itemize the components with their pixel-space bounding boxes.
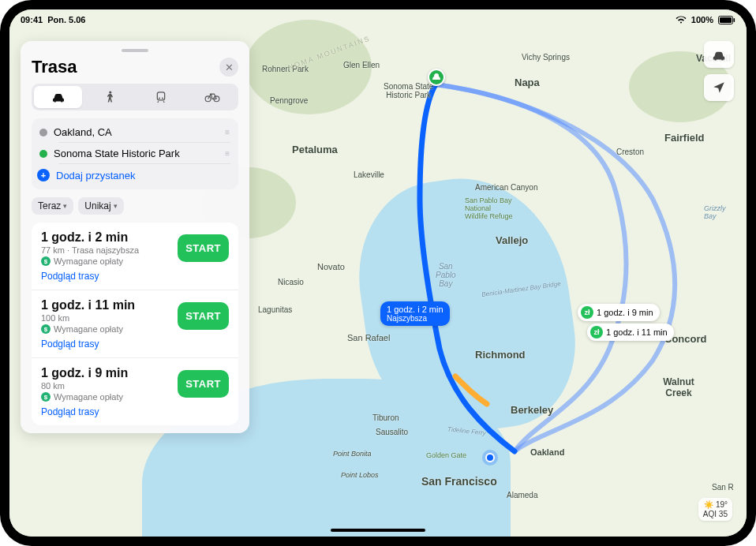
status-bar: 09:41 Pon. 5.06 100% <box>9 9 747 27</box>
route-tolls: Wymagane opłaty <box>54 324 123 334</box>
status-time: 09:41 <box>21 15 43 24</box>
city-label: Lakeville <box>354 170 384 179</box>
battery-percent: 100% <box>691 15 713 24</box>
tab-car[interactable] <box>34 86 82 108</box>
toll-icon: $ <box>41 256 51 266</box>
route-badge-alt[interactable]: zł 1 godz. i 11 min <box>587 323 674 341</box>
route-dist: 77 km · Trasa najszybsza <box>41 245 171 255</box>
avoid-chip[interactable]: Unikaj ▾ <box>78 197 123 215</box>
route-preview-link[interactable]: Podgląd trasy <box>41 338 171 350</box>
car-icon <box>711 48 727 61</box>
route-tolls: Wymagane opłaty <box>54 256 123 266</box>
tab-walk[interactable] <box>85 86 133 108</box>
walk-icon <box>105 91 114 103</box>
svg-rect-2 <box>734 18 735 22</box>
weather-aqi: AQI 35 <box>703 510 728 518</box>
transport-mode-tabs <box>32 84 238 110</box>
destination-pin-icon[interactable] <box>428 69 445 86</box>
svg-point-7 <box>205 96 211 102</box>
weather-chip[interactable]: ☀️ 19° AQI 35 <box>698 498 732 521</box>
city-label: Petaluma <box>292 144 338 155</box>
city-label: American Canyon <box>475 183 537 192</box>
route-badge-primary[interactable]: 1 godz. i 2 min Najszybsza <box>380 301 450 326</box>
city-label: Vichy Springs <box>522 53 570 62</box>
city-label: Richmond <box>475 349 526 361</box>
city-label: Point Bonita <box>333 450 372 458</box>
city-label: Oakland <box>530 447 564 457</box>
svg-point-3 <box>109 91 111 93</box>
sun-icon: ☀️ <box>704 500 713 509</box>
screen: 09:41 Pon. 5.06 100% <box>9 9 747 537</box>
route-card[interactable]: 1 godz. i 9 min 80 km $Wymagane opłaty P… <box>32 358 238 425</box>
city-label: San Rafael <box>347 333 390 342</box>
transit-icon <box>155 91 167 103</box>
toll-icon: $ <box>41 392 51 402</box>
city-label: Sausalito <box>376 428 408 436</box>
route-time: 1 godz. i 2 min <box>41 230 171 245</box>
stop-destination[interactable]: Sonoma State Historic Park ≡ <box>32 143 238 164</box>
avoid-label: Unikaj <box>84 200 110 211</box>
route-stops: Oakland, CA ≡ Sonoma State Historic Park… <box>32 118 238 189</box>
route-badge-time: 1 godz. i 2 min <box>387 305 443 314</box>
city-label: Napa <box>515 77 540 88</box>
reorder-handle-icon[interactable]: ≡ <box>225 128 230 136</box>
route-time: 1 godz. i 11 min <box>41 298 171 312</box>
battery-icon <box>718 16 735 24</box>
add-stop-label: Dodaj przystanek <box>56 170 135 181</box>
tab-transit[interactable] <box>137 86 185 108</box>
tab-bike[interactable] <box>188 86 236 108</box>
status-date: Pon. 5.06 <box>47 15 85 24</box>
city-label: Nicasio <box>278 278 304 286</box>
water-label: Grizzly Bay <box>704 204 726 220</box>
city-label: Walnut Creek <box>655 376 702 398</box>
route-preview-link[interactable]: Podgląd trasy <box>41 406 171 417</box>
svg-point-5 <box>159 98 160 99</box>
city-label: San Francisco <box>421 475 497 488</box>
city-label: Novato <box>317 262 345 271</box>
when-chip[interactable]: Teraz ▾ <box>32 197 73 215</box>
route-badge-alt[interactable]: zł 1 godz. i 9 min <box>578 304 660 321</box>
home-indicator[interactable] <box>331 529 425 532</box>
park-label: San Pablo Bay National Wildlife Refuge <box>465 196 513 220</box>
start-button[interactable]: START <box>178 302 229 330</box>
current-location-dot-icon <box>485 453 495 462</box>
route-card[interactable]: 1 godz. i 11 min 100 km $Wymagane opłaty… <box>32 290 238 358</box>
route-card[interactable]: 1 godz. i 2 min 77 km · Trasa najszybsza… <box>32 223 238 290</box>
route-tolls: Wymagane opłaty <box>54 392 123 402</box>
close-button[interactable]: ✕ <box>219 58 238 77</box>
route-badge-time: 1 godz. i 11 min <box>606 327 668 337</box>
park-label: Golden Gate <box>426 451 466 459</box>
weather-temp: 19° <box>716 500 728 509</box>
svg-rect-4 <box>157 92 164 100</box>
water-label: San Pablo Bay <box>436 262 456 288</box>
route-badge-time: 1 godz. i 9 min <box>597 308 653 317</box>
city-label: Point Lobos <box>341 471 379 479</box>
start-button[interactable]: START <box>178 234 229 262</box>
route-preview-link[interactable]: Podgląd trasy <box>41 271 171 282</box>
stop-origin[interactable]: Oakland, CA ≡ <box>32 122 238 143</box>
toll-icon: $ <box>41 324 51 334</box>
chevron-down-icon: ▾ <box>63 202 67 210</box>
stop-label: Oakland, CA <box>54 126 112 138</box>
reorder-handle-icon[interactable]: ≡ <box>225 149 230 158</box>
route-dist: 80 km <box>41 381 171 391</box>
svg-point-6 <box>162 98 163 99</box>
chevron-down-icon: ▾ <box>114 202 118 210</box>
route-list: 1 godz. i 2 min 77 km · Trasa najszybsza… <box>32 223 238 425</box>
car-icon <box>51 92 66 103</box>
city-label: Vallejo <box>496 234 528 246</box>
city-label: Fairfield <box>664 132 705 144</box>
city-label: Berkeley <box>511 404 553 416</box>
map-mode-button[interactable] <box>704 41 734 68</box>
panel-grab-handle[interactable] <box>122 49 148 52</box>
add-stop-button[interactable]: + Dodaj przystanek <box>32 164 238 186</box>
city-label: San R <box>712 483 734 492</box>
route-time: 1 godz. i 9 min <box>41 366 171 380</box>
start-button[interactable]: START <box>178 370 229 398</box>
locate-button[interactable] <box>704 74 734 101</box>
origin-bullet-icon <box>39 129 47 136</box>
city-label: Alameda <box>507 491 537 499</box>
ipad-frame: 09:41 Pon. 5.06 100% <box>0 0 756 546</box>
city-label: Tiburon <box>372 413 399 422</box>
bike-icon <box>204 92 220 103</box>
